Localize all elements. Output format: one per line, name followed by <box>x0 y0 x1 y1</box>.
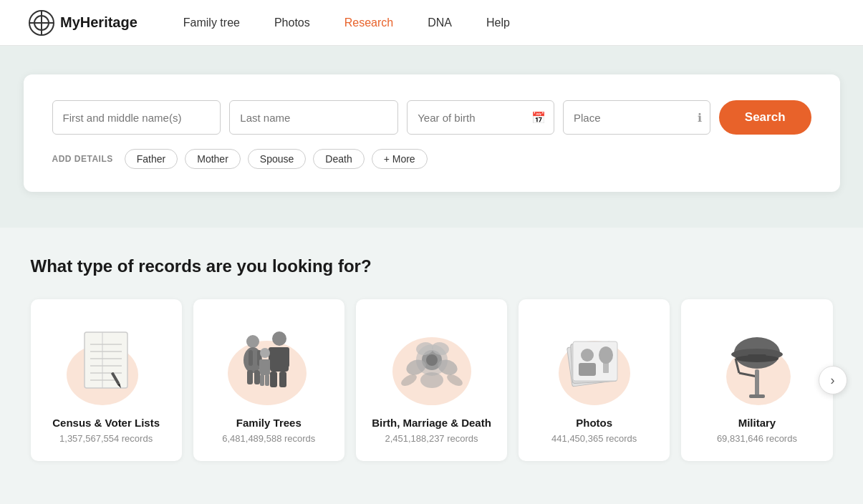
records-grid: Census & Voter Lists 1,357,567,554 recor… <box>31 299 833 461</box>
birth-image-area <box>385 319 478 405</box>
military-image-area <box>710 319 804 405</box>
svg-rect-17 <box>284 347 289 367</box>
census-image-area <box>59 319 153 405</box>
logo-text: MyHeritage <box>60 14 138 31</box>
search-inputs-row: 📅 ℹ Search <box>52 100 811 135</box>
info-icon: ℹ <box>698 111 702 125</box>
photos-count: 441,450,365 records <box>551 433 637 444</box>
calendar-icon: 📅 <box>531 111 546 125</box>
svg-point-14 <box>272 331 286 346</box>
svg-rect-56 <box>749 394 765 398</box>
census-illustration <box>77 329 135 397</box>
record-card-birth[interactable]: Birth, Marriage & Death 2,451,188,237 re… <box>356 299 507 461</box>
birth-count: 2,451,188,237 records <box>385 433 478 444</box>
family-title: Family Trees <box>236 417 302 429</box>
add-details-label: ADD DETAILS <box>52 154 113 164</box>
nav-photos[interactable]: Photos <box>274 16 310 29</box>
mother-pill[interactable]: Mother <box>185 149 241 169</box>
nav-links: Family tree Photos Research DNA Help <box>183 16 834 29</box>
svg-rect-19 <box>279 372 286 387</box>
photos-title: Photos <box>576 417 612 429</box>
nav-dna[interactable]: DNA <box>428 16 452 29</box>
photos-illustration <box>551 323 637 402</box>
svg-rect-18 <box>270 372 277 387</box>
father-pill[interactable]: Father <box>125 149 178 169</box>
military-illustration <box>718 323 796 402</box>
place-wrapper: ℹ <box>563 100 710 135</box>
navbar: MyHeritage Family tree Photos Research D… <box>0 0 863 46</box>
svg-rect-22 <box>249 350 253 366</box>
svg-point-26 <box>260 348 270 358</box>
carousel-next-button[interactable]: › <box>819 366 847 394</box>
first-name-input[interactable] <box>52 100 221 135</box>
svg-point-34 <box>426 354 438 366</box>
svg-rect-4 <box>85 332 127 388</box>
birth-title: Birth, Marriage & Death <box>372 417 491 429</box>
nav-research[interactable]: Research <box>344 16 393 29</box>
record-card-family[interactable]: Family Trees 6,481,489,588 records <box>193 299 344 461</box>
svg-rect-29 <box>266 359 270 372</box>
svg-rect-55 <box>755 369 759 397</box>
place-input[interactable] <box>563 100 710 135</box>
more-pill[interactable]: + More <box>372 149 428 169</box>
record-card-census[interactable]: Census & Voter Lists 1,357,567,554 recor… <box>31 299 182 461</box>
logo[interactable]: MyHeritage <box>29 10 138 36</box>
family-count: 6,481,489,588 records <box>222 433 315 444</box>
records-section-title: What type of records are you looking for… <box>31 256 833 276</box>
logo-icon <box>29 10 54 36</box>
search-button[interactable]: Search <box>719 100 811 135</box>
census-count: 1,357,567,554 records <box>59 433 153 444</box>
family-image-area <box>222 319 315 405</box>
military-title: Military <box>738 417 776 429</box>
svg-point-45 <box>581 349 594 362</box>
search-section: 📅 ℹ Search ADD DETAILS Father Mother Spo… <box>0 46 863 228</box>
svg-rect-25 <box>254 370 260 384</box>
last-name-input[interactable] <box>229 100 398 135</box>
nav-family-tree[interactable]: Family tree <box>183 16 240 29</box>
svg-point-20 <box>246 335 259 348</box>
record-card-photos[interactable]: Photos 441,450,365 records <box>519 299 670 461</box>
svg-rect-31 <box>265 374 269 386</box>
death-pill[interactable]: Death <box>313 149 364 169</box>
military-count: 69,831,646 records <box>717 433 797 444</box>
records-section: What type of records are you looking for… <box>16 228 847 490</box>
census-title: Census & Voter Lists <box>52 417 160 429</box>
svg-point-52 <box>736 355 778 362</box>
svg-line-54 <box>739 373 757 377</box>
spouse-pill[interactable]: Spouse <box>248 149 306 169</box>
svg-rect-28 <box>259 359 263 372</box>
search-card: 📅 ℹ Search ADD DETAILS Father Mother Spo… <box>24 74 840 192</box>
family-illustration <box>226 323 312 402</box>
add-details-row: ADD DETAILS Father Mother Spouse Death +… <box>52 149 811 169</box>
record-card-military[interactable]: Military 69,831,646 records <box>681 299 832 461</box>
nav-help[interactable]: Help <box>486 16 510 29</box>
svg-rect-46 <box>579 363 596 376</box>
birth-illustration <box>389 323 475 402</box>
year-of-birth-wrapper: 📅 <box>407 100 554 135</box>
svg-point-39 <box>420 372 443 388</box>
svg-rect-30 <box>260 374 264 386</box>
svg-point-48 <box>599 346 613 364</box>
photos-image-area <box>548 319 641 405</box>
svg-rect-24 <box>247 370 253 384</box>
